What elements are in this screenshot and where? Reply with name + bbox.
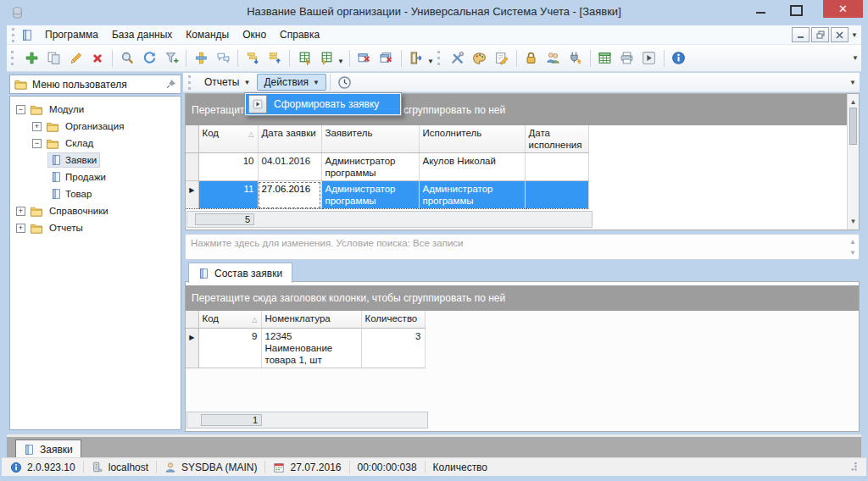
- cell-executor[interactable]: Акулов Николай: [419, 153, 525, 181]
- collapse-all-button[interactable]: [264, 48, 285, 69]
- cell-executor[interactable]: Администратор программы: [419, 181, 525, 209]
- toolbar-overflow-icon[interactable]: ▼: [852, 54, 859, 62]
- palette-button[interactable]: [470, 48, 490, 69]
- filter-condition-bar[interactable]: Нажмите здесь для изменения. Условие пои…: [185, 234, 860, 260]
- minimize-button[interactable]: [748, 3, 773, 18]
- menubar-overflow-icon[interactable]: ▼: [851, 31, 858, 39]
- actions-menu-button[interactable]: Действия▼: [257, 74, 326, 91]
- table-row[interactable]: 10 04.01.2016 Администратор программы Ак…: [186, 153, 588, 181]
- copy-button[interactable]: [43, 48, 64, 69]
- menu-window[interactable]: Окно: [236, 26, 273, 43]
- add-button[interactable]: [21, 48, 42, 69]
- info-button[interactable]: [669, 48, 689, 69]
- column-header-executor[interactable]: Исполнитель: [419, 125, 525, 153]
- tree-item-modules[interactable]: − Модули: [10, 101, 181, 118]
- menu-commands[interactable]: Команды: [179, 26, 236, 43]
- column-header-nomenclature[interactable]: Номенклатура: [261, 311, 361, 329]
- tree-item-warehouse[interactable]: − Склад: [10, 135, 181, 152]
- column-header-execution-date[interactable]: Дата исполнения: [525, 125, 588, 153]
- collapse-expander[interactable]: −: [32, 139, 42, 148]
- reports-menu-button[interactable]: Отчеты▼: [198, 74, 257, 91]
- cell-requester[interactable]: Администратор программы: [321, 153, 419, 181]
- tree-item-reports[interactable]: + Отчеты: [10, 219, 181, 236]
- scroll-up-icon[interactable]: ▲: [849, 238, 856, 246]
- exit-menu-caret-icon[interactable]: ▼: [427, 58, 434, 65]
- scheduler-button[interactable]: [335, 72, 355, 92]
- mdi-close-button[interactable]: [831, 27, 849, 42]
- pin-icon[interactable]: [165, 79, 176, 90]
- cell-request-date[interactable]: 04.01.2016: [258, 153, 321, 181]
- expand-expander[interactable]: +: [16, 207, 25, 216]
- maximize-button[interactable]: [783, 3, 809, 18]
- edit-button[interactable]: [65, 48, 86, 69]
- edit-note-button[interactable]: [492, 48, 512, 69]
- expand-all-button[interactable]: [242, 48, 263, 69]
- cell-request-date-focused[interactable]: 27.06.2016: [258, 181, 321, 209]
- cell-execution-date[interactable]: [525, 181, 588, 209]
- comments-button[interactable]: [213, 48, 233, 69]
- column-header-request-date[interactable]: Дата заявки: [258, 125, 321, 153]
- tree-item-goods[interactable]: Товар: [10, 185, 181, 202]
- vertical-scrollbar[interactable]: ▲ ▼: [847, 94, 859, 229]
- refresh-button[interactable]: [139, 48, 159, 69]
- toolbar-drag-handle[interactable]: [12, 28, 17, 42]
- actions-overflow-icon[interactable]: ▼: [849, 79, 856, 86]
- plug-button[interactable]: [565, 48, 586, 69]
- menu-item-generate-request[interactable]: Сформировать заявку: [246, 94, 400, 114]
- scrollbar-thumb[interactable]: [849, 108, 857, 145]
- exit-button[interactable]: [406, 48, 426, 69]
- filter-button[interactable]: [161, 48, 181, 69]
- scroll-up-icon[interactable]: ▲: [848, 98, 859, 106]
- users-button[interactable]: [543, 48, 564, 69]
- cell-code[interactable]: 11: [198, 181, 258, 209]
- menu-program[interactable]: Программа: [38, 26, 105, 43]
- mdi-minimize-button[interactable]: [792, 27, 810, 42]
- export-menu-caret-icon[interactable]: ▼: [337, 58, 344, 65]
- toolbar-drag-handle[interactable]: [188, 75, 193, 90]
- mdi-restore-button[interactable]: [811, 27, 829, 42]
- tree-item-organization[interactable]: + Организация: [10, 118, 181, 135]
- resize-grip[interactable]: [849, 462, 858, 472]
- tab-request-items[interactable]: Состав заявки: [188, 263, 292, 283]
- column-header-quantity[interactable]: Количество: [361, 311, 425, 329]
- export-excel-menu-button[interactable]: [316, 48, 337, 69]
- table-row-selected[interactable]: ▶ 11 27.06.2016 Администратор программы …: [186, 181, 588, 209]
- tree-item-directories[interactable]: + Справочники: [10, 202, 181, 219]
- collapse-expander[interactable]: −: [16, 105, 25, 114]
- column-header-code[interactable]: △Код: [198, 311, 261, 329]
- tree-item-requests[interactable]: Заявки: [10, 152, 181, 169]
- lock-button[interactable]: [521, 48, 542, 69]
- menu-help[interactable]: Справка: [273, 26, 326, 43]
- scroll-down-icon[interactable]: ▼: [848, 218, 859, 225]
- toolbar-drag-handle[interactable]: [11, 51, 16, 65]
- cell-nomenclature[interactable]: 12345 Наименование товара 1, шт: [261, 329, 361, 368]
- column-search-button[interactable]: [191, 48, 211, 69]
- export-excel-button[interactable]: [294, 48, 314, 69]
- close-button[interactable]: ✕: [823, 0, 863, 18]
- cell-code[interactable]: 9: [198, 329, 261, 368]
- column-header-code[interactable]: △Код: [198, 125, 258, 153]
- menu-database[interactable]: База данных: [105, 26, 179, 43]
- mdi-tab-requests[interactable]: Заявки: [15, 440, 81, 459]
- filter-condition-text[interactable]: Нажмите здесь для изменения. Условие пои…: [191, 238, 464, 248]
- mdi-tab-label: Заявки: [40, 444, 73, 456]
- column-header-requester[interactable]: Заявитель: [321, 125, 419, 153]
- cell-quantity[interactable]: 3: [361, 329, 425, 368]
- close-all-windows-button[interactable]: [376, 48, 397, 69]
- expand-expander[interactable]: +: [16, 224, 25, 233]
- tools-button[interactable]: [448, 48, 468, 69]
- toolbar-drag-handle[interactable]: [437, 51, 442, 65]
- table-button[interactable]: [595, 48, 615, 69]
- scroll-down-icon[interactable]: ▼: [849, 249, 856, 257]
- cell-requester[interactable]: Администратор программы: [321, 181, 419, 209]
- tree-item-sales[interactable]: Продажи: [10, 169, 181, 185]
- table-row[interactable]: ▶ 9 12345 Наименование товара 1, шт 3: [186, 329, 425, 368]
- cell-execution-date[interactable]: [525, 153, 588, 181]
- expand-expander[interactable]: +: [32, 122, 42, 131]
- search-button[interactable]: [117, 48, 137, 69]
- print-button[interactable]: [617, 48, 637, 69]
- cell-code[interactable]: 10: [198, 153, 258, 181]
- close-window-button[interactable]: [354, 48, 375, 69]
- delete-button[interactable]: [87, 48, 108, 69]
- run-button[interactable]: [639, 48, 659, 69]
